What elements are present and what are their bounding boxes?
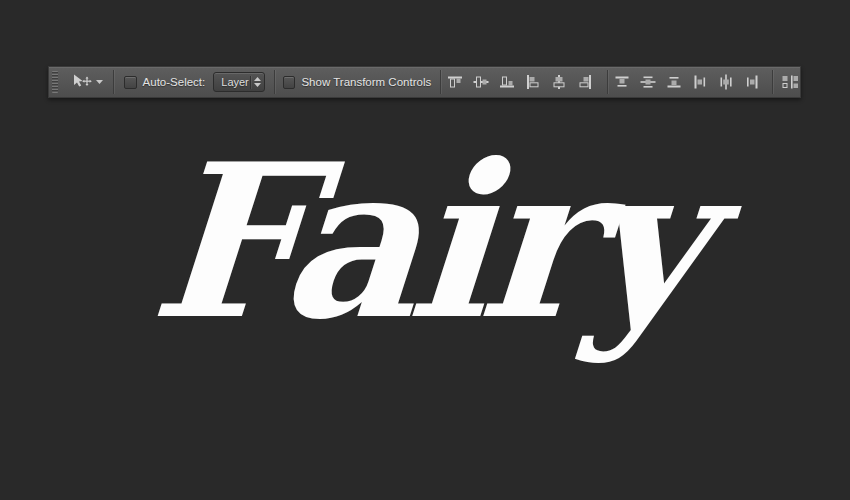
toolbar-separator	[440, 70, 441, 94]
distribute-vertical-centers-icon	[640, 74, 656, 90]
chevron-down-icon	[96, 80, 103, 84]
distribute-horizontal-centers-button[interactable]	[718, 74, 734, 90]
distribute-right-edges-icon	[744, 74, 760, 90]
distribute-right-edges-button[interactable]	[744, 74, 760, 90]
toolbar-separator	[607, 70, 608, 94]
auto-select-label: Auto-Select:	[143, 76, 206, 88]
show-transform-controls-label: Show Transform Controls	[301, 76, 431, 88]
distribute-horizontal-centers-icon	[718, 74, 734, 90]
distribute-bottom-edges-icon	[666, 74, 682, 90]
options-bar-grip-handle[interactable]	[52, 71, 58, 93]
auto-select-checkbox[interactable]	[124, 76, 136, 89]
align-bottom-edges-button[interactable]	[499, 74, 515, 90]
align-horizontal-centers-button[interactable]	[551, 74, 567, 90]
distribute-top-edges-button[interactable]	[614, 74, 630, 90]
toolbar-separator	[274, 70, 275, 94]
align-left-edges-icon	[525, 74, 541, 90]
move-tool-options-bar: Auto-Select: Layer Show Transform Contro…	[48, 66, 801, 98]
align-vertical-centers-icon	[473, 74, 489, 90]
distribute-bottom-edges-button[interactable]	[666, 74, 682, 90]
align-vertical-centers-button[interactable]	[473, 74, 489, 90]
distribute-vertical-centers-button[interactable]	[640, 74, 656, 90]
auto-select-mode-value: Layer	[214, 76, 250, 88]
distribute-left-edges-button[interactable]	[692, 74, 708, 90]
align-bottom-edges-icon	[499, 74, 515, 90]
move-tool-icon	[70, 73, 93, 92]
document-canvas[interactable]: Fairy	[0, 98, 850, 500]
distribute-top-edges-icon	[614, 74, 630, 90]
auto-align-layers-button[interactable]	[780, 74, 800, 90]
move-tool-preset-button[interactable]	[68, 71, 105, 94]
align-right-edges-icon	[577, 74, 593, 90]
align-top-edges-button[interactable]	[447, 74, 463, 90]
up-down-arrows-icon	[251, 77, 264, 87]
show-transform-controls-checkbox[interactable]	[283, 76, 295, 89]
align-right-edges-button[interactable]	[577, 74, 593, 90]
toolbar-separator	[772, 70, 773, 94]
distribute-left-edges-icon	[692, 74, 708, 90]
fairy-text-layer[interactable]: Fairy	[0, 136, 850, 348]
auto-align-layers-icon	[780, 74, 800, 90]
auto-select-mode-dropdown[interactable]: Layer	[213, 72, 265, 92]
align-left-edges-button[interactable]	[525, 74, 541, 90]
align-horizontal-centers-icon	[551, 74, 567, 90]
align-top-edges-icon	[447, 74, 463, 90]
toolbar-separator	[113, 70, 114, 94]
